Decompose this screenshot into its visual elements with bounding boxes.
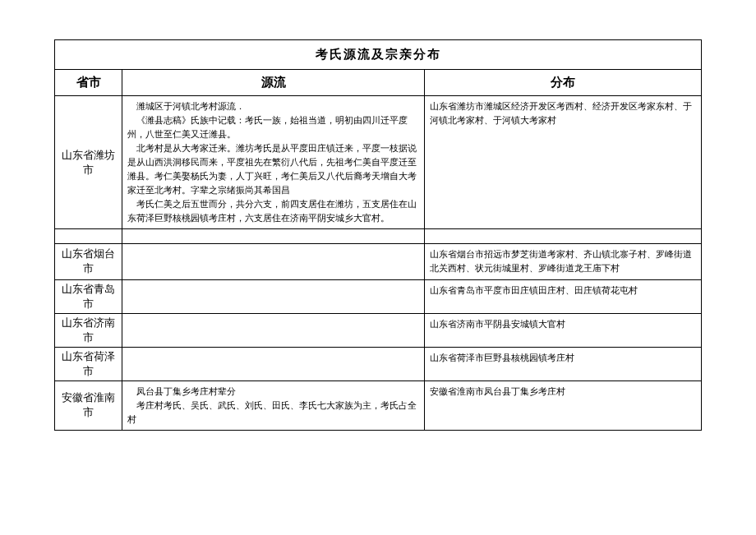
province-cell: 山东省济南市 bbox=[55, 313, 122, 347]
source-cell bbox=[122, 229, 425, 244]
province-cell: 山东省青岛市 bbox=[55, 279, 122, 313]
source-paragraph: 《潍县志稿》氏族中记载：考氏一族，始祖当道，明初由四川迁平度州，八世至仁美又迁潍… bbox=[127, 113, 419, 141]
distribution-cell: 山东省济南市平阴县安城镇大官村 bbox=[425, 313, 702, 347]
distribution-cell bbox=[425, 229, 702, 244]
header-province: 省市 bbox=[55, 70, 122, 96]
table-row: 山东省荷泽市山东省荷泽市巨野县核桃园镇考庄村 bbox=[55, 347, 702, 380]
source-paragraph: 北考村是从大考家迁来。潍坊考氏是从平度田庄镇迁来，平度一枝据说是从山西洪洞移民而… bbox=[127, 141, 419, 197]
distribution-cell: 山东省荷泽市巨野县核桃园镇考庄村 bbox=[425, 347, 702, 380]
source-paragraph: 潍城区于河镇北考村源流． bbox=[127, 99, 419, 113]
source-paragraph: 考庄村考氏、吴氏、武氏、刘氏、田氏、李氏七大家族为主，考氏占全村 bbox=[127, 399, 419, 427]
table-row bbox=[55, 229, 702, 244]
province-cell bbox=[55, 229, 122, 244]
title-row: 考氏源流及宗亲分布 bbox=[55, 40, 702, 70]
source-paragraph: 凤台县丁集乡考庄村辈分 bbox=[127, 385, 419, 399]
source-cell: 潍城区于河镇北考村源流．《潍县志稿》氏族中记载：考氏一族，始祖当道，明初由四川迁… bbox=[122, 96, 425, 229]
province-cell: 山东省潍坊市 bbox=[55, 96, 122, 229]
source-cell bbox=[122, 347, 425, 380]
distribution-cell: 山东省青岛市平度市田庄镇田庄村、田庄镇荷花屯村 bbox=[425, 279, 702, 313]
table-row: 山东省潍坊市潍城区于河镇北考村源流．《潍县志稿》氏族中记载：考氏一族，始祖当道，… bbox=[55, 96, 702, 229]
table-row: 安徽省淮南市凤台县丁集乡考庄村辈分考庄村考氏、吴氏、武氏、刘氏、田氏、李氏七大家… bbox=[55, 380, 702, 430]
header-row: 省市 源流 分布 bbox=[55, 70, 702, 96]
province-cell: 山东省烟台市 bbox=[55, 244, 122, 279]
table-title: 考氏源流及宗亲分布 bbox=[55, 40, 702, 70]
table-row: 山东省烟台市山东省烟台市招远市梦芝街道考家村、齐山镇北寨子村、罗峰街道北关西村、… bbox=[55, 244, 702, 279]
source-cell bbox=[122, 279, 425, 313]
distribution-cell: 山东省烟台市招远市梦芝街道考家村、齐山镇北寨子村、罗峰街道北关西村、状元街城里村… bbox=[425, 244, 702, 279]
source-cell: 凤台县丁集乡考庄村辈分考庄村考氏、吴氏、武氏、刘氏、田氏、李氏七大家族为主，考氏… bbox=[122, 380, 425, 430]
source-cell bbox=[122, 313, 425, 347]
table-row: 山东省济南市山东省济南市平阴县安城镇大官村 bbox=[55, 313, 702, 347]
province-cell: 山东省荷泽市 bbox=[55, 347, 122, 380]
source-paragraph: 考氏仁美之后五世而分，共分六支，前四支居住在潍坊，五支居住在山东荷泽巨野核桃园镇… bbox=[127, 197, 419, 225]
genealogy-table: 考氏源流及宗亲分布 省市 源流 分布 山东省潍坊市潍城区于河镇北考村源流．《潍县… bbox=[54, 39, 702, 431]
province-cell: 安徽省淮南市 bbox=[55, 380, 122, 430]
table-row: 山东省青岛市山东省青岛市平度市田庄镇田庄村、田庄镇荷花屯村 bbox=[55, 279, 702, 313]
distribution-cell: 安徽省淮南市凤台县丁集乡考庄村 bbox=[425, 380, 702, 430]
header-distribution: 分布 bbox=[425, 70, 702, 96]
source-cell bbox=[122, 244, 425, 279]
distribution-cell: 山东省潍坊市潍城区经济开发区考西村、经济开发区考家东村、于河镇北考家村、于河镇大… bbox=[425, 96, 702, 229]
header-source: 源流 bbox=[122, 70, 425, 96]
